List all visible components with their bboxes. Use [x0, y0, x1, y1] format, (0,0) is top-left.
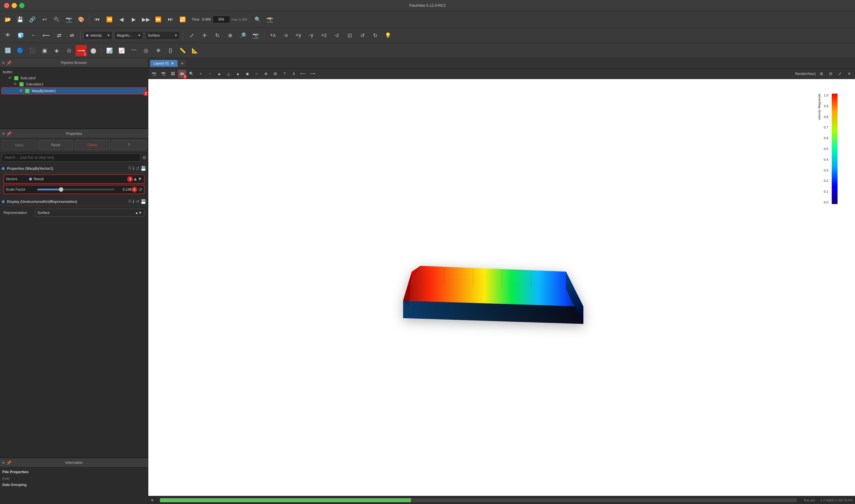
pipeline-close-icon[interactable]: ✕ — [2, 60, 5, 65]
vectors-dropdown-icon[interactable]: ▲▼ — [133, 176, 142, 182]
render-area[interactable]: velocity Magnitude 1.0 0.9 0.8 0.7 0.6 0… — [148, 79, 855, 496]
close-button[interactable] — [4, 3, 9, 8]
open-icon[interactable]: 📂 — [2, 14, 13, 25]
vis4-icon[interactable]: ◎ — [140, 45, 152, 56]
repr-dropdown[interactable]: Surface ▲▼ — [35, 209, 144, 217]
vt-close-view-icon[interactable]: ✕ — [845, 70, 853, 78]
save2-icon[interactable]: 💾 — [140, 166, 146, 171]
vt-grid2-icon[interactable]: ⊟ — [826, 70, 835, 78]
refresh-icon[interactable]: ↩ — [39, 14, 50, 25]
disp-info-icon[interactable]: ℹ — [133, 199, 134, 204]
disp-save-icon[interactable]: 💾 — [140, 199, 146, 204]
vt-arrow2-icon[interactable]: ⟶ — [308, 70, 316, 78]
pipeline-pin-icon[interactable]: 📌 — [6, 60, 11, 65]
vt-tri2-icon[interactable]: △ — [225, 70, 233, 78]
axis1-icon[interactable]: +x — [267, 30, 278, 41]
pipeline-item-builtin[interactable]: builtin: — [1, 69, 147, 75]
vt-scatter-icon[interactable]: ⊞ — [271, 70, 279, 78]
import-icon[interactable]: 🔌 — [51, 14, 62, 25]
light-icon[interactable]: 💡 — [382, 30, 394, 41]
vt-tri1-icon[interactable]: ▲ — [215, 70, 223, 78]
camera-icon[interactable]: 📸 — [264, 14, 275, 25]
loop-icon[interactable]: 🔁 — [177, 14, 188, 25]
rotate2-icon[interactable]: ↺ — [357, 30, 368, 41]
screenshot-icon[interactable]: 📷 — [64, 14, 74, 25]
layout-tab-1[interactable]: Layout #1 ✕ — [150, 60, 178, 67]
arrows-icon[interactable]: ⇄ — [53, 30, 65, 41]
measure-icon[interactable]: 📏 — [177, 45, 188, 56]
disp-refresh-icon[interactable]: ↺ — [136, 199, 139, 204]
filter6-icon[interactable]: ⬤ — [88, 45, 99, 56]
vt-pick-icon[interactable]: ⊕ — [262, 70, 270, 78]
minimize-button[interactable] — [12, 3, 17, 8]
axis4-icon[interactable]: -y — [306, 30, 317, 41]
vt-cam2-icon[interactable]: 📸 — [159, 70, 168, 78]
prev-key-icon[interactable]: ⏪ — [104, 14, 115, 25]
filter4-icon[interactable]: ◈ — [51, 45, 62, 56]
vt-help-icon[interactable]: ℹ — [290, 70, 298, 78]
vis1-icon[interactable]: 📊 — [104, 45, 115, 56]
zoom-icon[interactable]: 🔍 — [252, 14, 263, 25]
filter5-icon[interactable]: ⊙ — [64, 45, 74, 56]
pipeline-item-fluid[interactable]: 👁 fluid.xdmf — [1, 75, 147, 81]
vt-grid-icon[interactable]: ⊞ — [817, 70, 825, 78]
maximize-button[interactable] — [19, 3, 24, 8]
surface-dropdown[interactable]: Surface ▼ — [145, 31, 180, 40]
vt-add-icon[interactable]: + — [197, 70, 205, 78]
filter2-icon[interactable]: ⬛ — [27, 45, 38, 56]
filter1-icon[interactable]: 🔵 — [15, 45, 25, 56]
vt-screenshot-icon[interactable]: 🖼 — [169, 70, 177, 78]
velocity-dropdown[interactable]: velocity ▼ — [84, 31, 112, 40]
props-close-icon[interactable]: ✕ — [2, 131, 5, 136]
first-frame-icon[interactable]: ⏮ — [92, 14, 103, 25]
vt-cam1-icon[interactable]: 📷 — [150, 70, 158, 78]
pipeline-item-warp[interactable]: 👁 WarpByVector1 2 — [1, 87, 147, 94]
connect-icon[interactable]: 🔗 — [27, 14, 38, 25]
vis2-icon[interactable]: 📈 — [116, 45, 127, 56]
rotate-icon[interactable]: ↻ — [212, 30, 223, 41]
axis5-icon[interactable]: +z — [318, 30, 330, 41]
props-pin-icon[interactable]: 📌 — [6, 131, 11, 136]
vt-select-icon[interactable]: ◉ — [243, 70, 251, 78]
vt-3d-button[interactable]: 3D 5 — [178, 70, 186, 78]
property-search-input[interactable] — [2, 154, 140, 162]
vis6-icon[interactable]: {} — [165, 45, 176, 56]
disp-copy-icon[interactable]: ⎘ — [128, 199, 132, 204]
vt-arrow1-icon[interactable]: ⟵ — [299, 70, 307, 78]
3d-viz-icon[interactable]: 🧊 — [15, 30, 26, 41]
vt-expand-icon[interactable]: ⤢ — [836, 70, 844, 78]
pipeline-item-calculator[interactable]: 👁 Calculator1 — [1, 81, 147, 87]
last-frame-icon[interactable]: ⏭ — [165, 14, 176, 25]
vt-cam3-icon[interactable]: 🔍 — [187, 70, 195, 78]
prev-frame-icon[interactable]: ◀ — [116, 14, 127, 25]
rotate3-icon[interactable]: ↻ — [370, 30, 381, 41]
info-close-icon[interactable]: ✕ — [2, 461, 5, 465]
axis2-icon[interactable]: -x — [280, 30, 291, 41]
vt-deselect-icon[interactable]: ○ — [252, 70, 261, 78]
delete-button[interactable]: Delete — [75, 140, 110, 150]
apply-button[interactable]: Apply — [2, 140, 37, 150]
colormap-icon[interactable]: 🎨 — [76, 14, 87, 25]
gear-icon[interactable]: ⚙ — [142, 155, 146, 160]
eye-icon[interactable]: 👁 — [2, 30, 13, 41]
next-key-icon[interactable]: ⏩ — [153, 14, 164, 25]
info2-icon[interactable]: ℹ — [133, 166, 134, 171]
scale-slider[interactable] — [37, 188, 115, 191]
save-icon[interactable]: 💾 — [15, 14, 25, 25]
play-icon[interactable]: ▶ — [128, 14, 139, 25]
time-input[interactable] — [213, 16, 230, 23]
slider-thumb[interactable] — [59, 187, 64, 192]
arrow-left2-icon[interactable]: ⟵ — [41, 30, 52, 41]
vis3-icon[interactable]: 〰 — [128, 45, 139, 56]
axis3-icon[interactable]: +y — [293, 30, 304, 41]
vt-minus-icon[interactable]: − — [206, 70, 214, 78]
arrow-left1-icon[interactable]: ← — [28, 30, 39, 41]
zoom2-icon[interactable]: 🔎 — [237, 30, 248, 41]
select-icon[interactable]: ⊕ — [225, 30, 235, 41]
interact1-icon[interactable]: ⤢ — [186, 30, 197, 41]
scale-refresh-icon[interactable]: ↺ — [138, 187, 142, 193]
vt-qs-icon[interactable]: ? — [280, 70, 289, 78]
window-controls[interactable] — [4, 3, 24, 8]
calc-icon[interactable]: 🔢 — [2, 45, 13, 56]
vt-tri3-icon[interactable]: ▲ — [234, 70, 242, 78]
